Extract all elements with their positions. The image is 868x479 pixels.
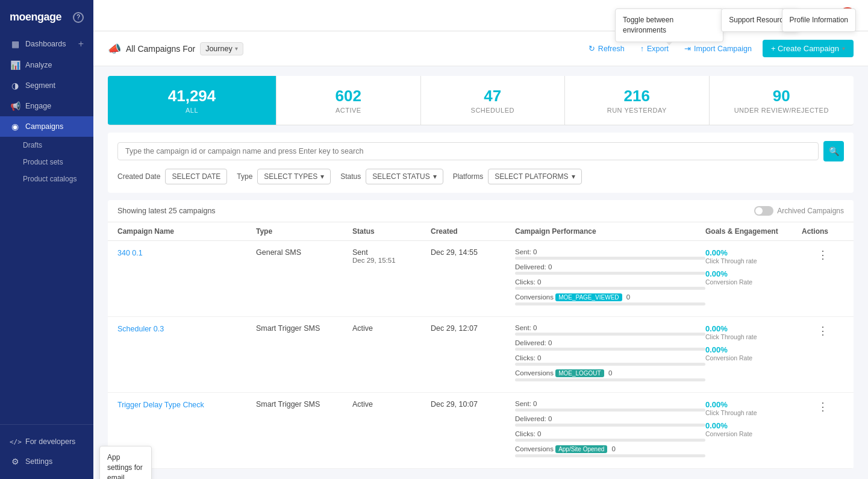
archived-toggle-switch[interactable] — [754, 206, 773, 216]
sidebar: moengage ? ▦ Dashboards + 📊 Analyze ◑ Se… — [0, 0, 93, 479]
campaign-name-2[interactable]: Trigger Delay Type Check — [117, 401, 204, 409]
refresh-button[interactable]: ↻ Refresh — [584, 41, 629, 56]
stat-scheduled-number: 47 — [433, 87, 553, 105]
table-row: Scheduler 0.3 Smart Trigger SMS Active D… — [108, 317, 854, 393]
search-button[interactable]: 🔍 — [823, 141, 844, 161]
campaign-created-1: Dec 29, 12:07 — [431, 324, 515, 333]
table-row: 340 0.1 General SMS Sent Dec 29, 15:51 D… — [108, 241, 854, 317]
sidebar-item-product-sets[interactable]: Product sets — [23, 154, 93, 171]
campaign-type-0: General SMS — [256, 248, 352, 257]
filter-date-select[interactable]: SELECT DATE — [165, 169, 227, 184]
campaign-actions: ↻ Refresh ↑ Export ⇥ Import Campaign + C… — [584, 40, 854, 57]
export-icon: ↑ — [640, 45, 644, 53]
actions-menu-1[interactable]: ⋮ — [802, 324, 844, 337]
campaign-goals-2: 0.00% Click Through rate 0.00% Conversio… — [705, 400, 802, 437]
actions-menu-0[interactable]: ⋮ — [802, 248, 844, 261]
sidebar-item-developers-label: For developers — [25, 437, 75, 446]
topnav: Toggle between environments Support Reso… — [93, 0, 868, 31]
stat-active[interactable]: 602 ACTIVE — [276, 76, 421, 125]
campaigns-icon: ◉ — [10, 122, 20, 131]
main-area: Toggle between environments Support Reso… — [93, 0, 868, 479]
campaign-title-area: 📣 All Campaigns For Journey ▾ — [108, 42, 243, 55]
stat-scheduled[interactable]: 47 SCHEDULED — [421, 76, 566, 125]
conv-tag-2: App/Site Opened — [555, 445, 607, 453]
campaign-perf-2: Sent: 0 Delivered: 0 Clicks: 0 — [515, 400, 705, 461]
stat-run-yesterday[interactable]: 216 RUN YESTERDAY — [565, 76, 710, 125]
search-input[interactable] — [117, 142, 819, 160]
sidebar-item-campaigns-label: Campaigns — [25, 122, 63, 131]
callout-profile: Profile Information — [782, 8, 856, 32]
filter-status-group: Status SELECT STATUS ▾ — [340, 169, 443, 184]
filter-type-select[interactable]: SELECT TYPES ▾ — [257, 169, 331, 184]
table-showing-text: Showing latest 25 campaigns — [117, 207, 216, 215]
goal-conv-2: 0.00% — [705, 421, 802, 430]
dashboards-add-icon[interactable]: + — [78, 39, 84, 49]
sidebar-item-dashboards[interactable]: ▦ Dashboards + — [0, 33, 93, 55]
refresh-icon: ↻ — [589, 44, 595, 53]
goal-ctr-label-0: Click Through rate — [705, 257, 802, 265]
stats-bar: 41,294 ALL 602 ACTIVE 47 SCHEDULED 216 R… — [108, 76, 854, 125]
table-meta: Showing latest 25 campaigns Archived Cam… — [108, 200, 854, 222]
sidebar-item-settings[interactable]: ⚙ Settings — [0, 451, 93, 472]
goal-ctr-label-2: Click Through rate — [705, 409, 802, 416]
sidebar-footer: </> For developers ⚙ Settings — [0, 424, 93, 479]
sidebar-item-analyze[interactable]: 📊 Analyze — [0, 55, 93, 75]
campaign-type-1: Smart Trigger SMS — [256, 324, 352, 333]
perf-conv-1: Conversions MOE_LOGOUT 0 — [515, 369, 705, 381]
archived-toggle[interactable]: Archived Campaigns — [754, 206, 844, 216]
filter-type-group: Type SELECT TYPES ▾ — [237, 169, 331, 184]
sidebar-item-developers[interactable]: </> For developers — [0, 432, 93, 451]
settings-icon: ⚙ — [10, 457, 20, 466]
stat-run-yesterday-number: 216 — [577, 87, 697, 105]
workspace-badge[interactable]: Journey ▾ — [200, 42, 243, 55]
sidebar-nav: ▦ Dashboards + 📊 Analyze ◑ Segment 📢 Eng… — [0, 31, 93, 424]
stat-under-review-label: UNDER REVIEW/REJECTED — [722, 107, 842, 114]
perf-delivered-2: Delivered: 0 — [515, 415, 705, 427]
filter-status-label: Status — [340, 172, 361, 181]
logo-help-icon[interactable]: ? — [73, 12, 84, 23]
th-campaign-name: Campaign Name — [117, 227, 256, 236]
campaign-perf-1: Sent: 0 Delivered: 0 Clicks: 0 — [515, 324, 705, 385]
goal-ctr-label-1: Click Through rate — [705, 333, 802, 340]
sidebar-item-drafts[interactable]: Drafts — [23, 137, 93, 154]
filter-platform-select[interactable]: SELECT PLATFORMS ▾ — [488, 169, 581, 184]
engage-icon: 📢 — [10, 101, 20, 111]
campaign-status-sub-0: Dec 29, 15:51 — [352, 257, 431, 264]
filter-platform-group: Platforms SELECT PLATFORMS ▾ — [453, 169, 582, 184]
create-campaign-button[interactable]: + Create Campaign ▾ — [763, 40, 854, 57]
campaign-title: All Campaigns For — [126, 44, 195, 54]
filter-status-select[interactable]: SELECT STATUS ▾ — [366, 169, 443, 184]
sidebar-item-product-catalogs[interactable]: Product catalogs — [23, 171, 93, 187]
filter-type-label: Type — [237, 172, 252, 181]
content-area: 📣 All Campaigns For Journey ▾ ↻ Refresh … — [93, 31, 868, 479]
sidebar-item-segment-label: Segment — [25, 81, 55, 90]
sidebar-item-engage-label: Engage — [25, 102, 51, 110]
stat-active-number: 602 — [289, 87, 408, 105]
campaign-name-1[interactable]: Scheduler 0.3 — [117, 325, 164, 333]
sidebar-item-engage[interactable]: 📢 Engage — [0, 96, 93, 116]
goal-ctr-2: 0.00% — [705, 400, 802, 409]
import-button[interactable]: ⇥ Import Campaign — [679, 41, 757, 56]
campaign-name-0[interactable]: 340 0.1 — [117, 249, 143, 257]
campaign-status-1: Active — [352, 324, 431, 333]
workspace-badge-label: Journey — [205, 45, 232, 53]
perf-clicks-0: Clicks: 0 — [515, 278, 705, 290]
stat-all[interactable]: 41,294 ALL — [108, 76, 276, 125]
table-row-1: Scheduler 0.3 Smart Trigger SMS Active D… — [108, 317, 854, 392]
sidebar-item-campaigns[interactable]: ◉ Campaigns — [0, 116, 93, 137]
developers-icon: </> — [10, 438, 20, 446]
megaphone-icon: 📣 — [108, 42, 121, 55]
perf-clicks-1: Clicks: 0 — [515, 354, 705, 366]
goal-conv-label-2: Conversion Rate — [705, 430, 802, 437]
search-row: 🔍 — [117, 141, 844, 161]
callout-env: Toggle between environments — [615, 8, 723, 42]
create-campaign-label: + Create Campaign — [771, 44, 839, 53]
stat-under-review[interactable]: 90 UNDER REVIEW/REJECTED — [710, 76, 854, 125]
sidebar-sub-campaigns: Drafts Product sets Product catalogs — [0, 137, 93, 187]
sidebar-item-segment[interactable]: ◑ Segment — [0, 75, 93, 96]
table-header: Campaign Name Type Status Created Campai… — [108, 222, 854, 241]
campaign-goals-0: 0.00% Click Through rate 0.00% Conversio… — [705, 248, 802, 286]
th-actions: Actions — [802, 227, 844, 236]
conv-tag-1: MOE_LOGOUT — [555, 369, 604, 377]
actions-menu-2[interactable]: ⋮ — [802, 400, 844, 413]
